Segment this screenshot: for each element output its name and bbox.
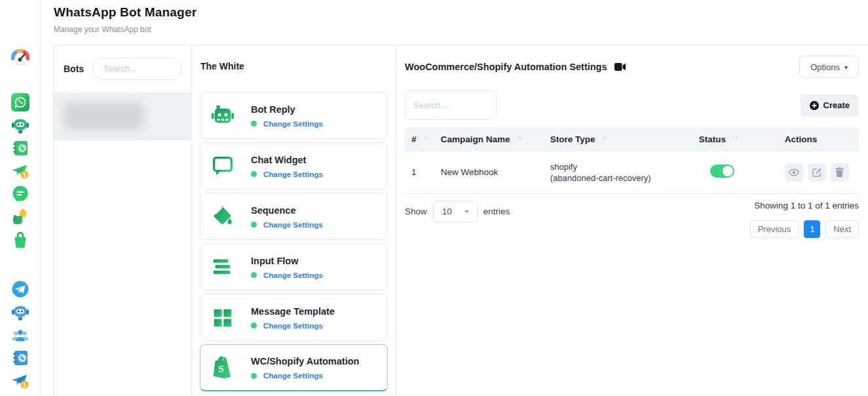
change-settings-link[interactable]: Change Settings (263, 221, 323, 229)
status-dot (251, 171, 257, 177)
actions-cell (778, 151, 859, 193)
column-header-actions: Actions (778, 127, 859, 151)
edit-pencil-icon (812, 168, 821, 177)
tutorial-video-icon[interactable] (614, 63, 626, 71)
change-settings-link[interactable]: Change Settings (263, 120, 323, 128)
status-dot (251, 373, 257, 379)
edit-button[interactable] (808, 163, 826, 182)
entries-label: entries (483, 207, 510, 216)
column-header-index[interactable]: # ↑↓ (405, 127, 434, 151)
feature-title: Input Flow (251, 256, 298, 266)
status-dot (251, 323, 257, 328)
dashboard-gauge-icon[interactable] (11, 49, 29, 68)
table-row: 1 New Webhook shopify (abandoned-cart-re… (405, 151, 859, 193)
bot-reply-icon (210, 102, 236, 129)
sort-icon: ↑↓ (602, 134, 607, 141)
svg-text:S: S (218, 363, 224, 374)
feature-title: Message Template (251, 306, 335, 317)
feature-card-sequence[interactable]: Sequence Change Settings (200, 193, 388, 240)
automation-settings-panel: WooCommerce/Shopify Automation Settings … (396, 45, 868, 396)
whatsapp-store-icon[interactable] (11, 231, 29, 249)
status-dot (251, 222, 257, 228)
section-title: WooCommerce/Shopify Automation Settings (405, 62, 607, 72)
column-header-status[interactable]: Status ↑↓ (692, 127, 778, 151)
status-dot (251, 121, 257, 127)
telegram-groups-icon[interactable] (11, 326, 29, 344)
sort-icon: ↑↓ (733, 134, 738, 141)
pagination-page-1-button[interactable]: 1 (804, 220, 820, 238)
change-settings-link[interactable]: Change Settings (263, 322, 323, 330)
pagination-previous-button[interactable]: Previous (750, 220, 799, 238)
page-header: WhatsApp Bot Manager Manage your WhatsAp… (54, 5, 197, 34)
chat-widget-icon (210, 153, 236, 179)
feature-card-chat-widget[interactable]: Chat Widget Change Settings (200, 142, 388, 189)
pagination-next-button[interactable]: Next (825, 220, 859, 238)
page-subtitle: Manage your WhatsApp bot (54, 25, 197, 34)
column-header-store-type[interactable]: Store Type ↑↓ (544, 127, 692, 151)
page-title: WhatsApp Bot Manager (54, 5, 197, 20)
options-button[interactable]: Options ▾ (799, 56, 859, 78)
change-settings-link[interactable]: Change Settings (263, 372, 323, 380)
sort-icon: ↑↓ (423, 134, 428, 141)
selected-bot-name: The White (200, 61, 388, 71)
status-dot (251, 272, 257, 278)
entries-summary: Showing 1 to 1 of 1 entries (750, 201, 859, 210)
bot-name-redacted (64, 102, 143, 129)
feature-title: Sequence (251, 205, 296, 216)
message-template-icon (210, 304, 236, 330)
change-settings-link[interactable]: Change Settings (263, 271, 323, 279)
view-button[interactable] (785, 163, 803, 182)
sort-icon: ↑↓ (517, 134, 521, 141)
feature-card-message-template[interactable]: Message Template Change Settings (200, 294, 388, 341)
delete-button[interactable] (831, 163, 849, 182)
whatsapp-integrations-icon[interactable] (11, 208, 29, 226)
whatsapp-campaign-send-icon[interactable]: 1 (11, 162, 29, 180)
eye-icon (789, 168, 799, 176)
sequence-icon (210, 203, 236, 229)
chevron-down-icon: ⌄ (463, 205, 470, 214)
telegram-campaign-badge: 1 (23, 382, 26, 388)
campaigns-table: # ↑↓ Campaign Name ↑↓ Store Type ↑↓ Stat… (405, 127, 859, 194)
workspace: Bots The White (53, 45, 868, 396)
bots-search-input[interactable] (92, 58, 182, 80)
feature-card-input-flow[interactable]: Input Flow Change Settings (200, 243, 388, 290)
whatsapp-bot-icon[interactable] (11, 116, 29, 134)
show-label: Show (405, 207, 427, 216)
bots-panel-title: Bots (64, 64, 84, 74)
pagination: Previous 1 Next (750, 220, 859, 238)
bot-features-panel: The White (192, 45, 396, 396)
feature-card-wc-shopify-automation[interactable]: S WC/Shopify Automation Change Settings (200, 344, 388, 391)
app-icon-rail: 1 (0, 0, 41, 396)
feature-title: Chat Widget (251, 155, 306, 165)
options-button-label: Options (810, 62, 840, 72)
feature-title: WC/Shopify Automation (251, 356, 359, 366)
create-button[interactable]: Create (801, 94, 859, 117)
caret-down-icon: ▾ (844, 64, 848, 71)
feature-card-bot-reply[interactable]: Bot Reply Change Settings (200, 92, 388, 139)
status-cell (692, 151, 778, 193)
whatsapp-campaign-badge: 1 (23, 172, 26, 178)
row-index: 1 (405, 151, 434, 193)
create-button-label: Create (823, 100, 850, 110)
change-settings-link[interactable]: Change Settings (263, 170, 323, 178)
feature-title: Bot Reply (251, 104, 295, 115)
campaign-name-cell: New Webhook (434, 151, 544, 193)
column-header-campaign-name[interactable]: Campaign Name ↑↓ (434, 127, 544, 151)
shopify-icon: S (210, 355, 236, 381)
page-size-value: 10 (442, 207, 452, 216)
telegram-icon[interactable] (11, 280, 29, 298)
trash-icon (835, 167, 844, 177)
whatsapp-icon[interactable] (11, 93, 29, 111)
bot-list-item-selected[interactable] (54, 92, 191, 140)
telegram-bot-icon[interactable] (11, 303, 29, 321)
telegram-campaign-send-icon[interactable]: 1 (11, 372, 29, 390)
store-type-cell: shopify (abandoned-cart-recovery) (544, 151, 692, 193)
telegram-contacts-icon[interactable] (11, 349, 29, 367)
plus-circle-icon (810, 101, 819, 110)
whatsapp-chat-icon[interactable] (11, 185, 29, 203)
status-toggle-on[interactable] (710, 165, 734, 178)
whatsapp-contacts-icon[interactable] (11, 139, 29, 157)
bots-panel: Bots (54, 45, 192, 396)
page-size-select[interactable]: 10 ⌄ (433, 201, 478, 222)
campaign-search-input[interactable] (405, 90, 497, 120)
